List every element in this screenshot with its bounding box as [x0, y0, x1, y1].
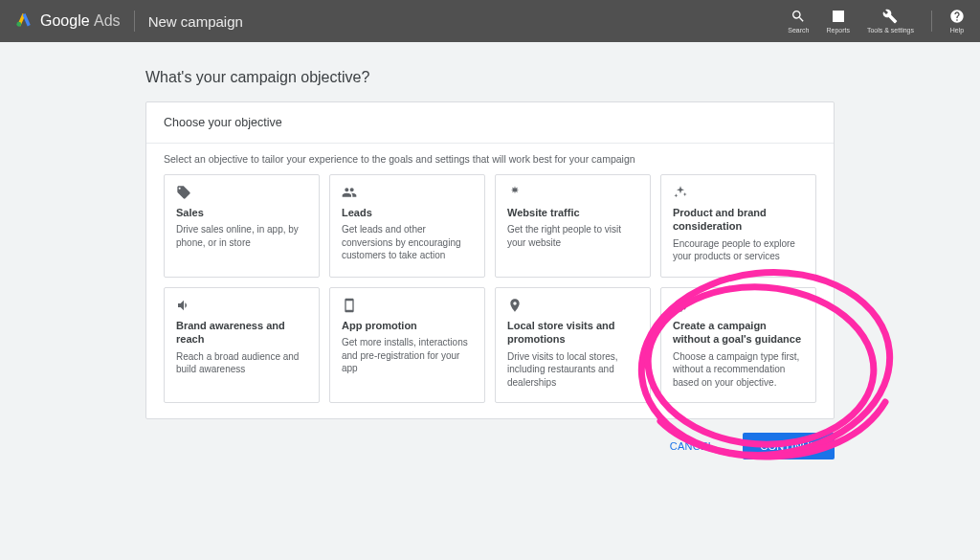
cancel-button[interactable]: Cancel: [653, 433, 731, 459]
objective-title: Sales: [176, 206, 307, 219]
objective-title: Local store visits and promotions: [507, 319, 638, 347]
card-helper-text: Select an objective to tailor your exper…: [164, 153, 816, 165]
app-header: Google Ads New campaign Search Reports T…: [0, 0, 980, 42]
click-icon: [507, 185, 523, 200]
objective-app-promotion[interactable]: App promotion Get more installs, interac…: [329, 287, 485, 403]
search-icon: [791, 9, 806, 25]
card-body: Select an objective to tailor your exper…: [146, 144, 834, 418]
page-heading: What's your campaign objective?: [145, 69, 835, 86]
objective-brand-awareness-reach[interactable]: Brand awareness and reach Reach a broad …: [164, 287, 320, 403]
objective-leads[interactable]: Leads Get leads and other conversions by…: [329, 174, 485, 278]
objective-desc: Drive visits to local stores, including …: [507, 350, 638, 390]
logo-area: Google Ads: [15, 11, 121, 32]
objective-desc: Get leads and other conversions by encou…: [342, 223, 473, 262]
reports-icon: [831, 9, 846, 25]
header-divider: [134, 11, 135, 32]
brand-secondary: Ads: [94, 12, 121, 29]
objective-desc: Drive sales online, in app, by phone, or…: [176, 223, 307, 249]
objective-title: App promotion: [342, 319, 473, 332]
continue-button[interactable]: Continue: [743, 433, 835, 459]
card-title: Choose your objective: [146, 102, 834, 144]
brand-primary: Google: [40, 12, 90, 29]
help-icon: [949, 9, 965, 25]
search-button[interactable]: Search: [788, 9, 809, 34]
smartphone-icon: [342, 298, 357, 313]
google-ads-logo-icon: [15, 11, 33, 32]
objective-no-goal[interactable]: Create a campaign without a goal's guida…: [660, 287, 816, 403]
objective-title: Create a campaign without a goal's guida…: [673, 319, 804, 347]
objective-desc: Choose a campaign type first, without a …: [673, 350, 804, 390]
sparkle-icon: [673, 185, 688, 200]
objective-desc: Reach a broad audience and build awarene…: [176, 350, 307, 376]
reports-button[interactable]: Reports: [826, 9, 850, 34]
reports-label: Reports: [826, 27, 850, 34]
objectives-grid: Sales Drive sales online, in app, by pho…: [164, 174, 816, 403]
tools-settings-button[interactable]: Tools & settings: [867, 9, 914, 34]
search-label: Search: [788, 27, 809, 34]
megaphone-icon: [176, 298, 191, 313]
objective-local-store-visits[interactable]: Local store visits and promotions Drive …: [495, 287, 651, 403]
objective-title: Product and brand consideration: [673, 206, 804, 234]
objective-title: Brand awareness and reach: [176, 319, 307, 347]
objective-website-traffic[interactable]: Website traffic Get the right people to …: [495, 174, 651, 278]
objective-desc: Get the right people to visit your websi…: [507, 223, 638, 249]
objective-desc: Encourage people to explore your product…: [673, 237, 804, 263]
objective-card: Choose your objective Select an objectiv…: [145, 101, 835, 419]
brand-text: Google Ads: [40, 12, 121, 30]
header-divider-2: [931, 11, 932, 32]
svg-point-0: [16, 22, 21, 27]
objective-title: Leads: [342, 206, 473, 219]
wrench-icon: [882, 9, 898, 25]
help-label: Help: [950, 27, 964, 34]
people-icon: [342, 185, 357, 200]
main-content: What's your campaign objective? Choose y…: [0, 42, 980, 471]
objective-product-brand-consideration[interactable]: Product and brand consideration Encourag…: [660, 174, 816, 278]
header-actions: Search Reports Tools & settings Help: [788, 9, 965, 34]
action-bar: Cancel Continue: [145, 433, 835, 459]
objective-desc: Get more installs, interactions and pre-…: [342, 336, 473, 375]
location-pin-icon: [507, 298, 523, 313]
objective-sales[interactable]: Sales Drive sales online, in app, by pho…: [164, 174, 320, 278]
help-button[interactable]: Help: [949, 9, 965, 34]
tag-icon: [176, 185, 191, 200]
gear-icon: [673, 298, 688, 313]
tools-label: Tools & settings: [867, 27, 914, 34]
page-title: New campaign: [148, 13, 243, 30]
objective-title: Website traffic: [507, 206, 638, 219]
